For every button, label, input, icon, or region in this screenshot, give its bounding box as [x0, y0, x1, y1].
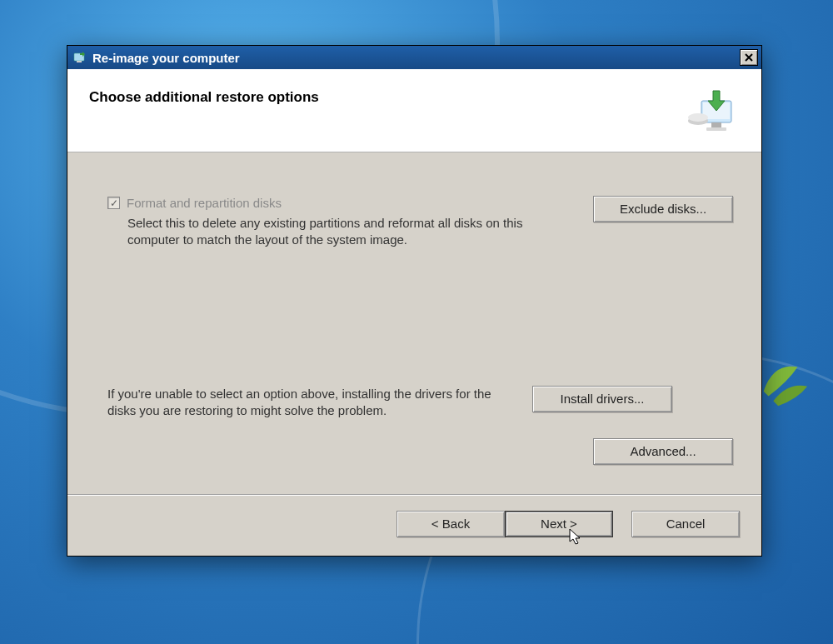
format-repartition-checkbox: ✓ [107, 197, 120, 209]
cancel-button[interactable]: Cancel [631, 511, 740, 537]
window-title: Re-image your computer [92, 51, 740, 65]
exclude-disks-button[interactable]: Exclude disks... [593, 196, 733, 222]
advanced-button[interactable]: Advanced... [593, 438, 733, 465]
cursor-icon [569, 528, 584, 555]
format-repartition-description: Select this to delete any existing parti… [127, 215, 552, 249]
back-button[interactable]: < Back [397, 511, 505, 537]
svg-point-7 [688, 113, 708, 122]
svg-rect-1 [77, 61, 82, 62]
next-button-label: Next > [541, 517, 577, 531]
install-drivers-description: If you're unable to select an option abo… [107, 386, 532, 420]
svg-rect-5 [706, 127, 726, 131]
wizard-header: Choose additional restore options [67, 69, 761, 152]
reimage-wizard-dialog: Re-image your computer Choose additional… [67, 45, 762, 557]
page-title: Choose additional restore options [89, 89, 686, 106]
svg-rect-4 [711, 122, 721, 127]
wizard-footer: < Back Next > Cancel [67, 495, 761, 556]
restore-icon [686, 89, 740, 134]
next-button[interactable]: Next > [505, 511, 613, 537]
close-button[interactable] [740, 49, 758, 66]
desktop-leaf-decoration [754, 352, 812, 411]
wizard-content: ✓ Format and repartition disks Select th… [67, 152, 761, 494]
titlebar: Re-image your computer [67, 46, 761, 69]
app-icon [72, 50, 87, 65]
install-drivers-button[interactable]: Install drivers... [532, 386, 672, 412]
format-repartition-label: Format and repartition disks [127, 196, 282, 210]
